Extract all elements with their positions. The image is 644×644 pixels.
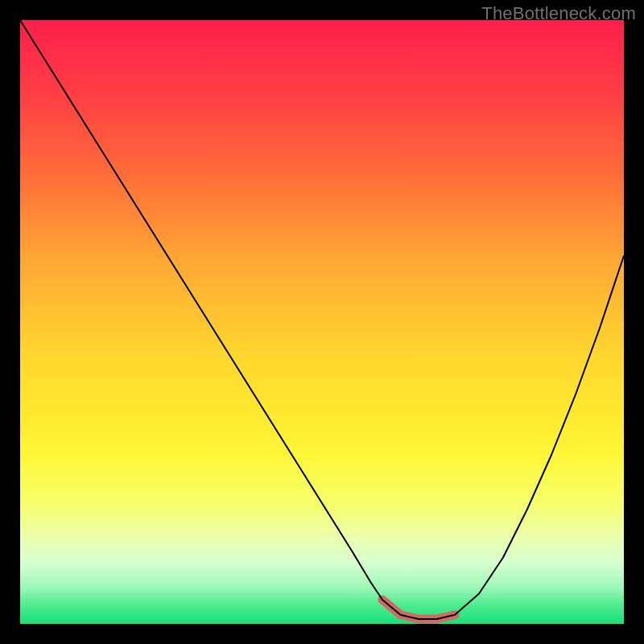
chart-svg [20, 20, 624, 624]
watermark-text: TheBottleneck.com [481, 3, 636, 24]
bottleneck-curve [20, 20, 624, 619]
plot-area [20, 20, 624, 624]
chart-frame: TheBottleneck.com [0, 0, 644, 644]
